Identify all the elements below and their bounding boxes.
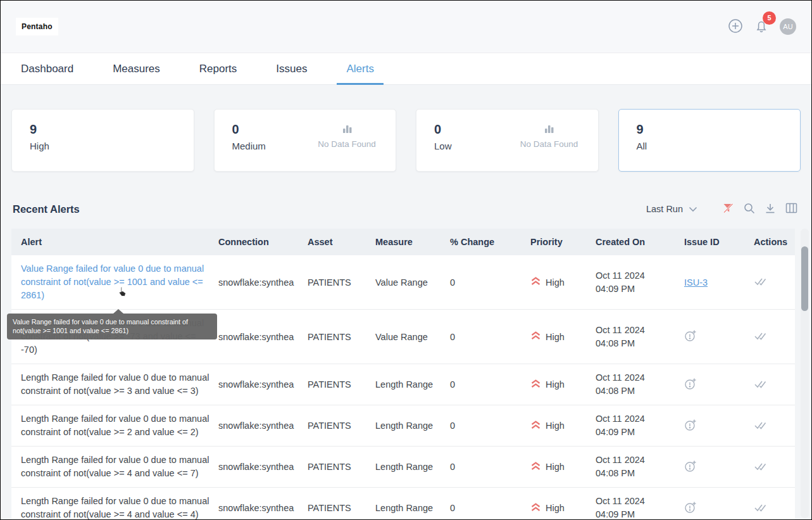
create-issue-button[interactable] (684, 501, 697, 516)
issue-cell (684, 419, 754, 433)
alert-text[interactable]: Length Range failed for value 0 due to m… (21, 495, 218, 520)
create-issue-button[interactable] (684, 460, 697, 474)
table-row: Value Range failed for value 0 due to ma… (11, 255, 795, 310)
table-toolbar: Last Run (646, 202, 797, 216)
summary-cards: 9 High 0 Medium No Data Found 0 Low (11, 109, 801, 172)
priority-high-icon (530, 420, 541, 432)
plus-circle-icon (728, 18, 743, 35)
last-run-dropdown[interactable]: Last Run (646, 204, 697, 214)
recent-alerts-header: Recent Alerts Last Run (13, 201, 797, 217)
search-button[interactable] (744, 203, 755, 216)
alert-tooltip: Value Range failed for value 0 due to ma… (7, 314, 217, 339)
priority-label: High (546, 503, 565, 513)
search-icon (744, 203, 755, 216)
connection-value: snowflake:synthea (218, 379, 308, 390)
card-low[interactable]: 0 Low No Data Found (416, 109, 599, 172)
col-asset[interactable]: Asset (308, 237, 375, 247)
create-issue-button[interactable] (684, 377, 697, 392)
tab-dashboard[interactable]: Dashboard (11, 53, 83, 84)
priority-cell: High (530, 379, 596, 391)
bar-chart-icon (340, 125, 354, 136)
acknowledge-button[interactable] (754, 276, 767, 288)
columns-icon (785, 203, 797, 215)
acknowledge-button[interactable] (754, 379, 767, 391)
created-date: Oct 11 2024 (596, 495, 678, 508)
issue-cell: ISU-3 (684, 277, 754, 288)
col-connection[interactable]: Connection (218, 237, 308, 247)
asset-value: PATIENTS (308, 379, 375, 390)
clear-filter-button[interactable] (722, 202, 734, 216)
alert-text[interactable]: Length Range failed for value 0 due to m… (21, 412, 218, 439)
issue-cell (684, 501, 754, 516)
connection-value: snowflake:synthea (218, 277, 308, 288)
created-time: 04:09 PM (596, 282, 678, 296)
measure-value: Length Range (375, 462, 450, 472)
table-header-row: Alert Connection Asset Measure % Change … (11, 229, 795, 255)
created-time: 04:08 PM (596, 384, 678, 398)
connection-value: snowflake:synthea (218, 503, 308, 513)
acknowledge-button[interactable] (754, 502, 767, 514)
measure-value: Length Range (375, 503, 450, 513)
alerts-table: Alert Connection Asset Measure % Change … (11, 229, 795, 520)
alert-text[interactable]: Length Range failed for value 0 due to m… (21, 453, 218, 480)
notifications-button[interactable]: 5 (754, 18, 769, 35)
alert-text[interactable]: Length Range failed for value 0 due to m… (21, 371, 218, 398)
tab-alerts[interactable]: Alerts (337, 53, 383, 84)
acknowledge-button[interactable] (754, 331, 767, 343)
card-all[interactable]: 9 All (618, 109, 801, 172)
col-measure[interactable]: Measure (375, 237, 450, 247)
created-cell: Oct 11 2024 04:08 PM (596, 371, 684, 398)
tab-measures[interactable]: Measures (103, 53, 170, 84)
created-time: 04:08 PM (596, 337, 678, 350)
asset-value: PATIENTS (308, 332, 375, 342)
priority-label: High (546, 462, 565, 472)
acknowledge-button[interactable] (754, 420, 767, 432)
col-created[interactable]: Created On (596, 237, 684, 247)
actions-cell (754, 379, 795, 391)
priority-cell: High (530, 502, 596, 514)
col-actions[interactable]: Actions (754, 237, 795, 247)
pentaho-logo: Pentaho (16, 18, 58, 35)
created-date: Oct 11 2024 (596, 371, 678, 384)
add-button[interactable] (728, 18, 743, 35)
app-window: Pentaho 5 AU Da (0, 0, 812, 520)
change-value: 0 (450, 503, 530, 513)
col-change[interactable]: % Change (450, 237, 530, 247)
double-check-icon (754, 276, 767, 288)
acknowledge-button[interactable] (754, 461, 767, 473)
asset-value: PATIENTS (308, 421, 375, 431)
measure-value: Length Range (375, 421, 450, 431)
card-high[interactable]: 9 High (11, 109, 194, 172)
download-icon (765, 203, 776, 216)
connection-value: snowflake:synthea (218, 462, 308, 472)
create-issue-button[interactable] (684, 419, 697, 433)
card-medium[interactable]: 0 Medium No Data Found (214, 109, 397, 172)
scrollbar-thumb[interactable] (801, 246, 808, 311)
change-value: 0 (450, 462, 530, 472)
user-avatar[interactable]: AU (780, 18, 796, 35)
columns-button[interactable] (785, 203, 797, 215)
alert-circle-plus-icon (684, 329, 697, 344)
created-cell: Oct 11 2024 04:09 PM (596, 412, 684, 439)
issue-cell (684, 377, 754, 392)
no-data-placeholder: No Data Found (309, 124, 384, 149)
priority-high-icon (530, 502, 541, 514)
priority-label: High (546, 379, 565, 390)
card-label: All (637, 141, 801, 151)
created-date: Oct 11 2024 (596, 412, 678, 426)
notification-badge: 5 (763, 11, 776, 25)
issue-link[interactable]: ISU-3 (684, 277, 708, 288)
tab-issues[interactable]: Issues (266, 53, 316, 84)
actions-cell (754, 461, 795, 473)
tab-reports[interactable]: Reports (190, 53, 247, 84)
table-row: Length Range failed for value 0 due to m… (11, 364, 795, 405)
col-alert[interactable]: Alert (21, 237, 218, 247)
connection-value: snowflake:synthea (218, 421, 308, 431)
table-scrollbar[interactable] (801, 229, 809, 518)
download-button[interactable] (765, 203, 776, 216)
create-issue-button[interactable] (684, 329, 697, 344)
measure-value: Length Range (375, 379, 450, 390)
card-label: High (30, 141, 194, 151)
col-priority[interactable]: Priority (530, 237, 596, 247)
col-issue[interactable]: Issue ID (684, 237, 754, 247)
